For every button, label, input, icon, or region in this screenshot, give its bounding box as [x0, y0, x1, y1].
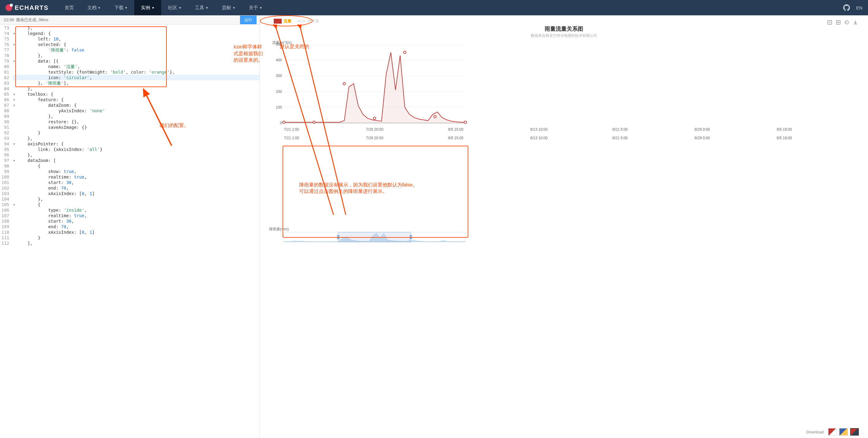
svg-rect-26 — [409, 235, 412, 239]
zoom-in-icon[interactable] — [827, 20, 832, 25]
svg-point-20 — [434, 116, 436, 118]
caret-icon: ▼ — [151, 6, 154, 9]
legend-item-rain[interactable]: 降雨量 — [298, 19, 319, 24]
legend-label-flow: 流量 — [283, 19, 291, 24]
legend-label-rain: 降雨量 — [307, 19, 319, 24]
editor-panel: :22:00 图表已生成, 38ms 运行 737475767778798081… — [0, 15, 260, 438]
chart-legend: 流量 降雨量 — [274, 19, 859, 24]
svg-point-17 — [343, 83, 345, 85]
svg-text:200: 200 — [276, 90, 282, 94]
nav-item[interactable]: 下载▼ — [107, 0, 134, 15]
github-icon[interactable] — [843, 4, 850, 11]
lang-toggle[interactable]: EN — [856, 5, 863, 10]
status-bar: :22:00 图表已生成, 38ms 运行 — [0, 15, 259, 25]
brand-text: ECHARTS — [15, 4, 49, 11]
annotation-text-rain: 降雨量的数据没有展示，因为我们设置他默认为false。 可以通过点击图例上的降雨… — [299, 182, 417, 195]
svg-rect-1 — [828, 21, 832, 25]
run-button[interactable]: 运行 — [240, 16, 256, 24]
annotation-text-default-off: 默认是关闭的 — [280, 43, 309, 50]
svg-point-18 — [373, 117, 376, 120]
legend-swatch-rain — [298, 21, 306, 22]
datazoom-slider[interactable] — [269, 232, 468, 242]
svg-point-19 — [404, 51, 406, 54]
caret-icon: ▼ — [98, 6, 101, 9]
caret-icon: ▼ — [205, 6, 209, 9]
logo-icon — [5, 4, 12, 11]
nav-item[interactable]: 社区▼ — [161, 0, 188, 15]
legend-swatch-flow — [274, 19, 282, 24]
svg-rect-24 — [338, 232, 411, 242]
chart-subtitle: 数据来自西安兰特水电测控技术有限公司 — [269, 33, 859, 38]
status-time: :22:00 — [3, 18, 14, 22]
svg-text:100: 100 — [276, 105, 282, 110]
nav-item[interactable]: 贡献▼ — [215, 0, 242, 15]
restore-icon[interactable] — [844, 20, 849, 25]
caret-icon: ▼ — [259, 6, 262, 9]
chart-title: 雨量流量关系图 — [269, 25, 859, 32]
annotation-text-config: 我们的配置。 — [159, 123, 189, 128]
zoom-reset-icon[interactable] — [836, 20, 841, 25]
svg-text:400: 400 — [276, 58, 282, 62]
download-icon[interactable] — [853, 20, 858, 25]
caret-icon: ▼ — [178, 6, 181, 9]
svg-rect-25 — [337, 235, 340, 239]
x-axis-labels: 7/21 1:007/28 20:008/5 15:008/13 10:008/… — [284, 127, 859, 132]
download-label[interactable]: Download — [806, 430, 824, 434]
nav-menu: 首页文档▼下载▼实例▼社区▼工具▼贡献▼关于▼ — [58, 0, 269, 15]
nav-item[interactable]: 首页 — [58, 0, 81, 15]
caret-icon: ▼ — [232, 6, 236, 9]
svg-text:0: 0 — [280, 121, 282, 125]
caret-icon: ▼ — [125, 6, 128, 9]
theme-thumb-3[interactable] — [850, 428, 859, 436]
preview-panel: 流量 降雨量 雨量流量关系图 数据来自西安兰特水电测控技术有限公司 流量( — [260, 15, 868, 438]
svg-text:300: 300 — [276, 74, 282, 78]
nav-item[interactable]: 文档▼ — [81, 0, 107, 15]
nav-item[interactable]: 实例▼ — [134, 0, 161, 15]
legend-item-flow[interactable]: 流量 — [274, 19, 291, 24]
overview-x-labels: 7/21 1:007/28 20:008/5 15:008/13 10:008/… — [284, 136, 859, 140]
code-editor[interactable]: 7374757677787980818283848586878889909192… — [0, 25, 259, 438]
status-msg: 图表已生成, 38ms — [16, 17, 48, 23]
rain-axis-label: 降雨量(mm) — [269, 227, 859, 232]
annotation-text-icon-style: icon和字体样式是根据我们的设置来的。 — [234, 43, 264, 63]
theme-thumb-2[interactable] — [839, 428, 848, 436]
nav-item[interactable]: 关于▼ — [242, 0, 269, 15]
chart-toolbox — [827, 20, 858, 25]
theme-thumbnails: Download — [806, 428, 859, 436]
top-nav: ECHARTS 首页文档▼下载▼实例▼社区▼工具▼贡献▼关于▼ EN — [0, 0, 868, 15]
nav-item[interactable]: 工具▼ — [188, 0, 215, 15]
brand-logo[interactable]: ECHARTS — [5, 4, 49, 11]
chart-main-plot[interactable]: 0100200300400500 — [269, 41, 468, 127]
theme-thumb-1[interactable] — [828, 428, 837, 436]
